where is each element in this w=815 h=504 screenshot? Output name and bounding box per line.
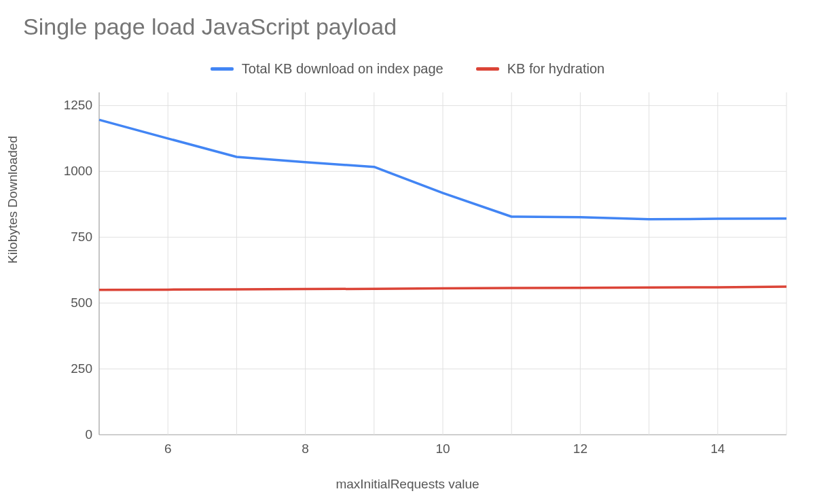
legend-label: Total KB download on index page xyxy=(242,61,443,77)
x-tick-label: 6 xyxy=(147,442,188,456)
y-tick-label: 1250 xyxy=(52,98,92,113)
y-tick-label: 1000 xyxy=(52,164,92,179)
plot-svg xyxy=(99,92,786,435)
chart-title: Single page load JavaScript payload xyxy=(23,14,397,40)
x-axis-title: maxInitialRequests value xyxy=(0,477,815,492)
x-tick-label: 8 xyxy=(285,442,326,456)
legend-item-hydration-kb[interactable]: KB for hydration xyxy=(476,61,604,77)
x-tick-label: 12 xyxy=(560,442,600,456)
y-tick-label: 250 xyxy=(52,361,92,376)
legend: Total KB download on index page KB for h… xyxy=(0,61,815,77)
legend-swatch-icon xyxy=(211,67,234,71)
series-line-1 xyxy=(99,287,786,290)
legend-item-total-kb[interactable]: Total KB download on index page xyxy=(211,61,443,77)
y-tick-label: 500 xyxy=(52,295,92,310)
x-tick-label: 14 xyxy=(698,442,738,456)
x-tick-label: 10 xyxy=(422,442,463,456)
plot-area xyxy=(99,92,786,435)
y-axis-title: Kilobytes Downloaded xyxy=(5,136,20,264)
legend-swatch-icon xyxy=(476,67,499,71)
y-tick-label: 0 xyxy=(52,427,92,442)
legend-label: KB for hydration xyxy=(507,61,604,77)
y-tick-label: 750 xyxy=(52,230,92,245)
chart-container: Single page load JavaScript payload Tota… xyxy=(0,0,815,504)
